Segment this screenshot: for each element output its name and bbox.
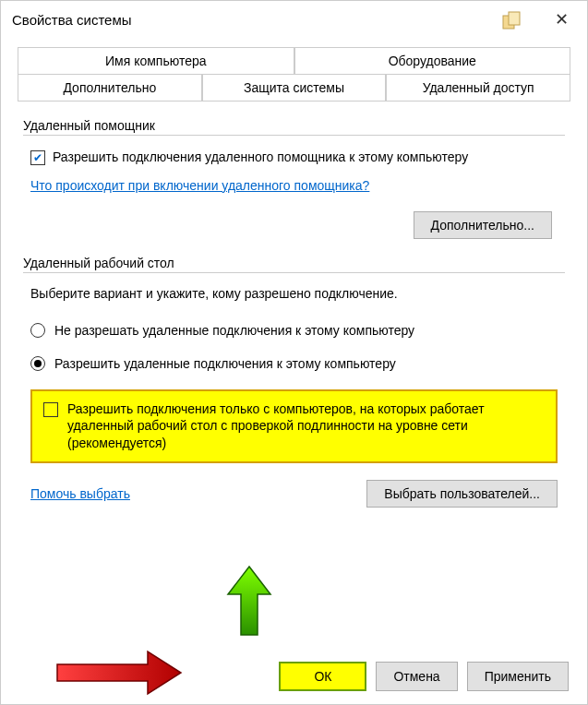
allow-remote-assistant-label: Разрешить подключения удаленного помощни…	[53, 149, 468, 167]
radio-allow-connections[interactable]	[30, 356, 45, 371]
dialog-button-bar: ОК Отмена Применить	[1, 649, 587, 704]
tabs-row-1: Имя компьютера Оборудование	[18, 47, 570, 74]
nla-checkbox-label: Разрешить подключения только с компьютер…	[67, 400, 545, 453]
tabs-row-2: Дополнительно Защита системы Удаленный д…	[18, 74, 570, 102]
radio-allow-row: Разрешить удаленные подключения к этому …	[30, 356, 558, 371]
remote-assistant-title: Удаленный помощник	[23, 118, 565, 133]
tab-hardware[interactable]: Оборудование	[294, 47, 571, 74]
remote-assistant-group: Удаленный помощник ✔ Разрешить подключен…	[23, 118, 565, 239]
radio-deny-row: Не разрешать удаленные подключения к это…	[30, 323, 558, 338]
radio-deny-connections[interactable]	[30, 323, 45, 338]
tab-computer-name[interactable]: Имя компьютера	[18, 47, 294, 74]
help-choose-link[interactable]: Помочь выбрать	[30, 486, 130, 501]
titlebar: Свойства системы ✕	[1, 1, 587, 38]
tab-system-protection[interactable]: Защита системы	[202, 74, 387, 101]
close-button[interactable]: ✕	[547, 9, 576, 30]
remote-desktop-description: Выберите вариант и укажите, кому разреше…	[30, 286, 558, 301]
apply-button[interactable]: Применить	[467, 662, 569, 691]
cancel-button[interactable]: Отмена	[376, 662, 457, 691]
ok-button[interactable]: ОК	[279, 662, 366, 691]
divider	[23, 135, 565, 136]
allow-remote-assistant-checkbox[interactable]: ✔	[30, 150, 45, 165]
system-icon	[501, 10, 520, 29]
titlebar-controls: ✕	[501, 9, 576, 30]
tab-advanced[interactable]: Дополнительно	[18, 74, 202, 101]
tabs: Имя компьютера Оборудование Дополнительн…	[1, 38, 587, 102]
window-title: Свойства системы	[12, 12, 132, 28]
tab-remote-access[interactable]: Удаленный доступ	[386, 74, 570, 101]
nla-highlighted-box: Разрешить подключения только с компьютер…	[30, 389, 558, 464]
svg-rect-1	[509, 12, 520, 25]
tab-content: Удаленный помощник ✔ Разрешить подключен…	[1, 102, 587, 649]
radio-deny-label: Не разрешать удаленные подключения к это…	[54, 323, 414, 338]
divider	[23, 272, 565, 273]
remote-assistant-advanced-button[interactable]: Дополнительно...	[414, 211, 552, 239]
remote-desktop-footer: Помочь выбрать Выбрать пользователей...	[30, 480, 558, 508]
allow-remote-assistant-row: ✔ Разрешить подключения удаленного помощ…	[30, 149, 558, 167]
remote-assistant-help-link[interactable]: Что происходит при включении удаленного …	[30, 178, 369, 193]
radio-allow-label: Разрешить удаленные подключения к этому …	[54, 356, 396, 371]
remote-desktop-group: Удаленный рабочий стол Выберите вариант …	[23, 256, 565, 508]
remote-desktop-title: Удаленный рабочий стол	[23, 256, 565, 270]
system-properties-window: Свойства системы ✕ Имя компьютера Оборуд…	[0, 0, 588, 705]
nla-checkbox[interactable]	[43, 402, 58, 417]
select-users-button[interactable]: Выбрать пользователей...	[366, 480, 558, 508]
